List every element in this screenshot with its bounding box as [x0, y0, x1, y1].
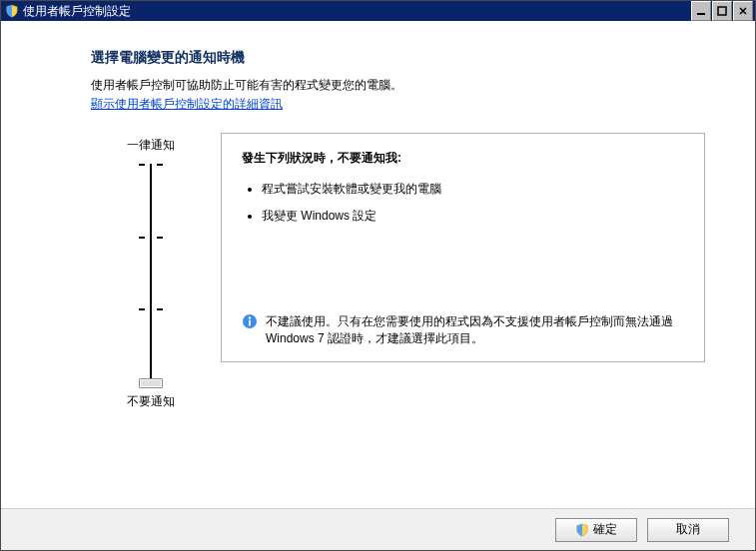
panel-note-text: 不建議使用。只有在您需要使用的程式因為不支援使用者帳戶控制而無法通過 Windo…	[266, 313, 684, 347]
slider-column: 一律通知 不要通知	[91, 133, 211, 414]
panel-title: 發生下列狀況時，不要通知我:	[242, 150, 684, 167]
titlebar: 使用者帳戶控制設定	[1, 1, 755, 21]
panel-bullet-list: 程式嘗試安裝軟體或變更我的電腦 我變更 Windows 設定	[262, 181, 684, 235]
ok-button-label: 確定	[593, 521, 617, 538]
window-title: 使用者帳戶控制設定	[23, 3, 690, 20]
uac-settings-window: 使用者帳戶控制設定 選擇電腦變更的通知時機 使用者帳戶控制可協助防止可能有害的程…	[0, 0, 756, 551]
slider-label-always: 一律通知	[127, 137, 175, 154]
level-description-panel: 發生下列狀況時，不要通知我: 程式嘗試安裝軟體或變更我的電腦 我變更 Windo…	[221, 133, 705, 362]
cancel-button-label: 取消	[676, 521, 700, 538]
page-description: 使用者帳戶控制可協助防止可能有害的程式變更您的電腦。	[91, 77, 715, 94]
svg-point-3	[249, 316, 251, 318]
content-area: 選擇電腦變更的通知時機 使用者帳戶控制可協助防止可能有害的程式變更您的電腦。 顯…	[1, 21, 755, 508]
slider-tick	[139, 308, 163, 310]
svg-rect-1	[718, 7, 726, 15]
maximize-button[interactable]	[712, 1, 732, 21]
panel-bullet: 我變更 Windows 設定	[262, 208, 684, 225]
page-heading: 選擇電腦變更的通知時機	[91, 49, 715, 67]
slider-thumb[interactable]	[139, 378, 163, 388]
shield-icon	[575, 523, 589, 537]
slider-tick	[139, 164, 163, 166]
notification-level-slider[interactable]	[126, 164, 176, 383]
svg-rect-0	[697, 13, 705, 15]
minimize-button[interactable]	[691, 1, 711, 21]
svg-rect-4	[249, 320, 251, 326]
slider-label-never: 不要通知	[127, 393, 175, 410]
panel-note: 不建議使用。只有在您需要使用的程式因為不支援使用者帳戶控制而無法通過 Windo…	[242, 313, 684, 347]
ok-button[interactable]: 確定	[555, 518, 637, 542]
button-bar: 確定 取消	[1, 508, 755, 550]
panel-bullet: 程式嘗試安裝軟體或變更我的電腦	[262, 181, 684, 198]
window-controls	[690, 1, 755, 21]
slider-tick	[139, 237, 163, 239]
cancel-button[interactable]: 取消	[647, 518, 729, 542]
main-row: 一律通知 不要通知 發生下列狀況時，不要通知我: 程式嘗試安裝軟體或變更我的電腦…	[91, 133, 715, 414]
info-icon	[242, 313, 258, 329]
close-button[interactable]	[733, 1, 753, 21]
slider-track	[150, 164, 152, 383]
shield-icon	[5, 4, 19, 18]
more-info-link[interactable]: 顯示使用者帳戶控制設定的詳細資訊	[91, 97, 283, 111]
